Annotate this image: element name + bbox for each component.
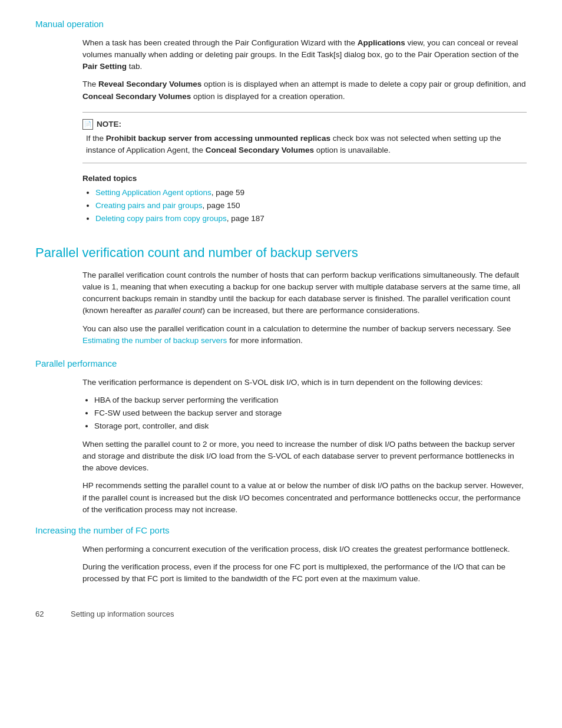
note-box: 📄 NOTE: If the Prohibit backup server fr… bbox=[82, 112, 527, 163]
parallel-performance-para1: The verification performance is dependen… bbox=[82, 377, 527, 388]
parallel-verification-para2: You can also use the parallel verificati… bbox=[82, 323, 527, 347]
manual-operation-heading: Manual operation bbox=[35, 18, 527, 31]
parallel-performance-section: Parallel performance The verification pe… bbox=[35, 357, 527, 516]
parallel-verification-heading: Parallel verification count and number o… bbox=[35, 243, 527, 262]
manual-operation-section: Manual operation When a task has been cr… bbox=[35, 18, 527, 225]
parallel-performance-heading: Parallel performance bbox=[35, 357, 527, 371]
list-item: HBA of the backup server performing the … bbox=[94, 394, 527, 406]
related-topics-heading: Related topics bbox=[82, 173, 527, 185]
list-item: Creating pairs and pair groups, page 150 bbox=[95, 200, 527, 212]
link-deleting-copy-pairs[interactable]: Deleting copy pairs from copy groups bbox=[95, 214, 227, 223]
list-item: Storage port, controller, and disk bbox=[94, 420, 527, 432]
note-label: 📄 NOTE: bbox=[82, 118, 527, 130]
manual-operation-para2: The Reveal Secondary Volumes option is i… bbox=[82, 78, 527, 103]
list-item: FC-SW used between the backup server and… bbox=[94, 407, 527, 419]
increasing-fc-para1: When performing a concurrent execution o… bbox=[82, 543, 527, 555]
link-estimating-backup-servers[interactable]: Estimating the number of backup servers bbox=[82, 336, 227, 345]
parallel-verification-section: Parallel verification count and number o… bbox=[35, 243, 527, 347]
increasing-fc-para2: During the verification process, even if… bbox=[82, 561, 527, 585]
list-item: Deleting copy pairs from copy groups, pa… bbox=[95, 213, 527, 225]
manual-operation-para1: When a task has been created through the… bbox=[82, 37, 527, 73]
parallel-performance-para3: HP recommends setting the parallel count… bbox=[82, 480, 527, 516]
parallel-performance-para2: When setting the parallel count to 2 or … bbox=[82, 439, 527, 475]
related-topics: Related topics Setting Application Agent… bbox=[82, 173, 527, 225]
footer-section-text: Setting up information sources bbox=[71, 608, 174, 620]
link-setting-agent-options[interactable]: Setting Application Agent options bbox=[95, 188, 211, 197]
list-item: Setting Application Agent options, page … bbox=[95, 187, 527, 199]
link-creating-pairs[interactable]: Creating pairs and pair groups bbox=[95, 201, 203, 210]
increasing-fc-heading: Increasing the number of FC ports bbox=[35, 524, 527, 538]
increasing-fc-section: Increasing the number of FC ports When p… bbox=[35, 524, 527, 585]
related-topics-list: Setting Application Agent options, page … bbox=[95, 187, 527, 225]
parallel-performance-bullets: HBA of the backup server performing the … bbox=[94, 394, 527, 433]
page-number: 62 bbox=[35, 608, 53, 620]
note-icon: 📄 bbox=[82, 119, 93, 130]
parallel-verification-para1: The parallel verification count controls… bbox=[82, 269, 527, 317]
page-footer: 62 Setting up information sources bbox=[35, 608, 527, 620]
note-text: If the Prohibit backup server from acces… bbox=[82, 133, 527, 157]
